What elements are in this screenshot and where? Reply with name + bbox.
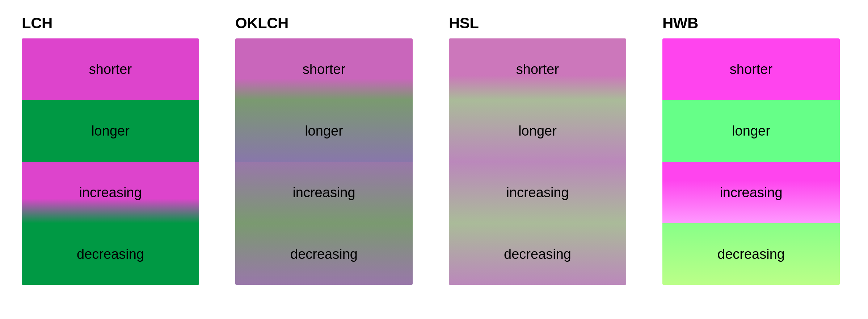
hsl-title: HSL (449, 14, 662, 32)
hwb-decreasing-cell: decreasing (662, 223, 840, 285)
oklch-longer-cell: longer (235, 100, 413, 162)
lch-decreasing-cell: decreasing (22, 223, 199, 285)
hsl-shorter-cell: shorter (449, 38, 626, 100)
hwb-title: HWB (662, 14, 868, 32)
hsl-increasing-cell: increasing (449, 162, 626, 223)
hwb-increasing-cell: increasing (662, 162, 840, 223)
hsl-section: HSL shorter longer increasing decreasing (449, 14, 662, 285)
oklch-grid: shorter longer increasing decreasing (235, 38, 413, 285)
hsl-grid: shorter longer increasing decreasing (449, 38, 626, 285)
oklch-title: OKLCH (235, 14, 449, 32)
oklch-shorter-cell: shorter (235, 38, 413, 100)
hsl-decreasing-cell: decreasing (449, 223, 626, 285)
hwb-shorter-cell: shorter (662, 38, 840, 100)
lch-title: LCH (22, 14, 235, 32)
hsl-longer-cell: longer (449, 100, 626, 162)
hwb-grid: shorter longer increasing decreasing (662, 38, 840, 285)
lch-grid: shorter longer increasing decreasing (22, 38, 199, 285)
oklch-decreasing-cell: decreasing (235, 223, 413, 285)
lch-increasing-cell: increasing (22, 162, 199, 223)
lch-longer-cell: longer (22, 100, 199, 162)
oklch-section: OKLCH shorter longer increasing decreasi… (235, 14, 449, 285)
lch-section: LCH shorter longer increasing decreasing (22, 14, 235, 285)
oklch-increasing-cell: increasing (235, 162, 413, 223)
hwb-section: HWB shorter longer increasing decreasing (662, 14, 868, 285)
hwb-longer-cell: longer (662, 100, 840, 162)
lch-shorter-cell: shorter (22, 38, 199, 100)
